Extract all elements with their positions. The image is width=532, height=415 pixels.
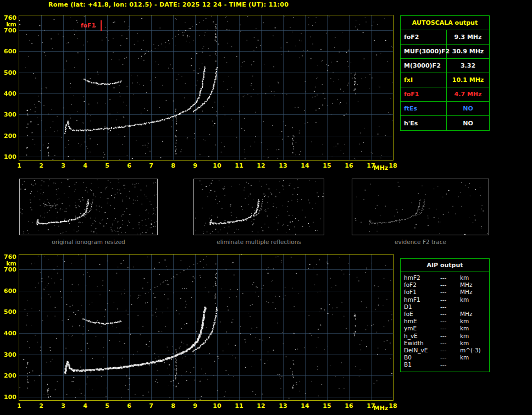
aip-row-value: ---	[440, 274, 460, 281]
autoscala-row-muf-3000-f2: MUF(3000)F230.9 MHz	[401, 45, 489, 59]
autoscala-table-rows: foF29.3 MHzMUF(3000)F230.9 MHzM(3000)F23…	[401, 30, 489, 130]
aip-row-value: ---	[440, 311, 460, 318]
x-tick-label: 13	[276, 162, 290, 169]
x-tick-label: 13	[276, 402, 290, 410]
thumbnail-f2-trace	[352, 179, 489, 235]
aip-row-unit	[460, 361, 489, 368]
y-tick-label: 400	[1, 90, 16, 97]
x-tick-label: 2	[35, 402, 48, 410]
aip-row-value: ---	[440, 333, 460, 340]
y-tick-label: 700	[1, 266, 16, 273]
aip-row-foe: foE---MHz	[401, 311, 489, 318]
autoscala-row-m-3000-f2: M(3000)F23.32	[401, 59, 489, 73]
autoscala-row-label: MUF(3000)F2	[401, 45, 447, 58]
x-tick-label: 7	[145, 402, 158, 410]
aip-row-b1: B1---	[401, 361, 489, 368]
aip-row-hmf1: hmF1---km	[401, 296, 489, 303]
main-ionogram-canvas	[19, 15, 393, 160]
x-tick-label: 9	[189, 402, 202, 410]
aip-row-fof1: foF1---MHz	[401, 289, 489, 296]
aip-row-unit: MHz	[460, 289, 489, 296]
aip-row-unit	[460, 303, 489, 311]
aip-row-value: ---	[440, 296, 460, 303]
aip-row-value: ---	[440, 281, 460, 289]
aip-row-label: Ewidth	[404, 340, 440, 347]
autoscala-table: AUTOSCALA output foF29.3 MHzMUF(3000)F23…	[400, 15, 490, 131]
x-tick-label: 3	[57, 402, 70, 410]
aip-row-yme: ymE---km	[401, 325, 489, 332]
x-tick-label: 12	[254, 162, 268, 169]
autoscala-row-label: M(3000)F2	[401, 59, 447, 73]
aip-row-hme: hmE---km	[401, 318, 489, 325]
aip-row-unit: km	[460, 340, 489, 347]
x-tick-label: 9	[189, 162, 202, 169]
x-tick-label: 4	[79, 402, 92, 410]
thumbnail-f2-trace-canvas	[352, 179, 489, 235]
aip-row-label: ymE	[404, 325, 440, 332]
aip-row-unit: MHz	[460, 281, 489, 289]
autoscala-row-value: 30.9 MHz	[447, 45, 489, 58]
aip-row-value: ---	[440, 318, 460, 325]
y-axis-unit-label: km	[1, 21, 16, 28]
autoscala-row-label: ftEs	[401, 102, 447, 115]
x-tick-label: 10	[210, 402, 224, 410]
x-tick-label: 8	[167, 162, 180, 169]
aip-row-unit: MHz	[460, 311, 489, 318]
x-tick-label: 5	[101, 402, 114, 410]
autoscala-row-label: fxI	[401, 73, 447, 87]
autoscala-row-fxi: fxI10.1 MHz	[401, 73, 489, 87]
processed-ionogram-plot	[19, 254, 394, 401]
autoscala-row-value: NO	[447, 116, 489, 130]
aip-row-unit: km	[460, 274, 489, 281]
autoscala-row-fof1: foF14.7 MHz	[401, 87, 489, 102]
aip-row-unit: m^(-3)	[460, 347, 489, 354]
y-axis-unit-label: km	[1, 260, 16, 267]
y-tick-label: 200	[1, 372, 16, 379]
aip-row-label: hmE	[404, 318, 440, 325]
aip-row-label: h_vE	[404, 333, 440, 340]
aip-table: AIP output hmF2---kmfoF2---MHzfoF1---MHz…	[400, 258, 490, 372]
y-tick-label: 100	[1, 153, 16, 161]
autoscala-row-label: h'Es	[401, 116, 447, 130]
aip-row-label: hmF1	[404, 296, 440, 303]
aip-table-title: AIP output	[401, 259, 489, 272]
y-tick-label: 700	[1, 27, 16, 34]
aip-row-unit: km	[460, 333, 489, 340]
aip-row-value: ---	[440, 289, 460, 296]
y-tick-label: 500	[1, 69, 16, 76]
y-tick-label: 600	[1, 287, 16, 295]
x-tick-label: 15	[320, 162, 334, 169]
x-tick-label: 12	[254, 402, 268, 410]
x-tick-label: 4	[79, 162, 92, 169]
aip-row-label: B1	[404, 361, 440, 368]
x-tick-label: 14	[298, 402, 312, 410]
autoscala-row-ftes: ftEsNO	[401, 102, 489, 116]
x-tick-label: 16	[342, 162, 356, 169]
aip-row-label: hmF2	[404, 274, 440, 281]
autoscala-row-h-es: h'EsNO	[401, 116, 489, 130]
y-tick-label: 400	[1, 330, 16, 337]
thumbnail-original	[19, 179, 158, 235]
x-tick-label: 3	[57, 162, 70, 169]
aip-row-value: ---	[440, 303, 460, 311]
main-ionogram-plot	[19, 15, 394, 161]
x-axis-unit-label: MHz	[373, 405, 389, 412]
x-tick-label: 6	[123, 162, 136, 169]
x-tick-label: 15	[320, 402, 334, 410]
y-tick-label: 100	[1, 394, 16, 401]
y-tick-label: 200	[1, 132, 16, 140]
aip-row-hmf2: hmF2---km	[401, 274, 489, 281]
aip-row-label: B0	[404, 354, 440, 361]
autoscala-row-fof2: foF29.3 MHz	[401, 30, 489, 45]
aip-row-ewidth: Ewidth---km	[401, 340, 489, 347]
aip-row-unit: km	[460, 325, 489, 332]
autoscala-row-value: 9.3 MHz	[447, 30, 489, 44]
autoscala-row-value: 3.32	[447, 59, 489, 73]
autoscala-row-label: foF1	[401, 87, 447, 101]
y-tick-label: 500	[1, 308, 16, 316]
x-tick-label: 1	[13, 402, 26, 410]
aip-row-unit: km	[460, 296, 489, 303]
y-tick-label: 300	[1, 351, 16, 358]
x-tick-label: 11	[232, 402, 246, 410]
autoscala-row-value: 4.7 MHz	[447, 87, 489, 101]
